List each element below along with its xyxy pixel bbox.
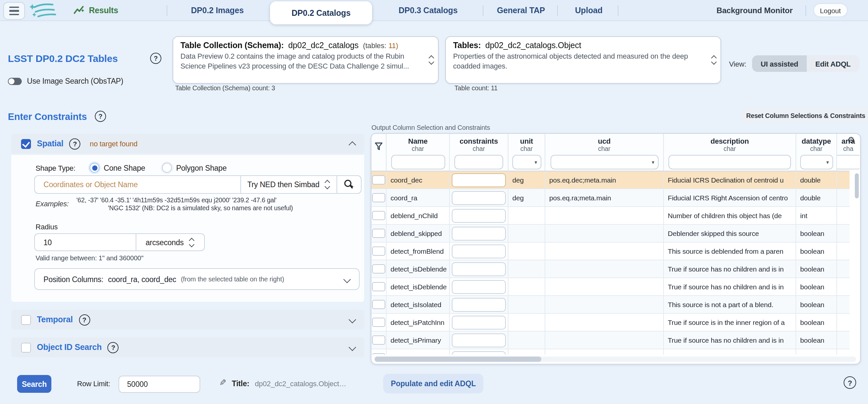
constraint-input[interactable] xyxy=(452,191,506,205)
row-checkbox[interactable] xyxy=(372,336,385,345)
tab-general-tap[interactable]: General TAP xyxy=(493,0,549,21)
table-row[interactable]: detect_isDeblendeTrue if source has no c… xyxy=(371,260,849,278)
objectid-checkbox[interactable] xyxy=(21,342,31,352)
enter-constraints-help-icon[interactable]: ? xyxy=(95,111,106,122)
tab-results[interactable]: Results xyxy=(74,0,118,21)
col-header-ucd[interactable]: ucd xyxy=(598,137,611,145)
constraint-input[interactable] xyxy=(452,262,506,276)
tab-dp02-catalogs-active[interactable]: DP0.2 Catalogs xyxy=(270,1,372,24)
col-header-constraints[interactable]: constraints xyxy=(460,137,498,145)
table-row[interactable]: detect_isDeblendeTrue if source has no c… xyxy=(371,278,849,296)
objectid-section-header[interactable]: Object ID Search ? xyxy=(11,338,364,357)
table-row[interactable]: detect_fromBlendThis source is deblended… xyxy=(371,242,849,260)
spatial-section-header[interactable]: Spatial ? no target found xyxy=(11,134,364,153)
radius-unit-select[interactable]: arcseconds xyxy=(136,238,204,247)
toggle-switch-off[interactable] xyxy=(8,78,22,85)
table-hscrollbar-thumb[interactable] xyxy=(375,356,541,362)
hamburger-menu-button[interactable] xyxy=(3,2,25,20)
top-navigation-bar: Results DP0.2 Images DP0.2 Catalogs DP0.… xyxy=(0,0,868,21)
row-checkbox[interactable] xyxy=(372,175,385,184)
view-ui-assisted-button[interactable]: UI assisted xyxy=(752,55,807,72)
constraint-input[interactable] xyxy=(452,173,506,187)
table-row[interactable]: detect_isPatchInnTrue if source is in th… xyxy=(371,314,849,331)
spatial-help-icon[interactable]: ? xyxy=(69,138,81,149)
filter-select-ucd[interactable]: ▾ xyxy=(550,155,658,169)
table-row[interactable]: coord_decdegpos.eq.dec;meta.mainFiducial… xyxy=(371,171,849,189)
row-checkbox[interactable] xyxy=(372,300,385,309)
constraint-input[interactable] xyxy=(452,280,506,294)
tables-spinner-icon[interactable] xyxy=(711,55,717,65)
temporal-expand-icon[interactable] xyxy=(349,316,356,324)
filter-funnel-icon[interactable] xyxy=(375,142,383,150)
image-search-toggle[interactable]: Use Image Search (ObsTAP) xyxy=(8,77,123,85)
row-checkbox[interactable] xyxy=(372,264,385,273)
cone-shape-radio[interactable] xyxy=(90,163,100,173)
populate-edit-adql-button[interactable]: Populate and edit ADQL xyxy=(383,374,484,394)
temporal-checkbox[interactable] xyxy=(21,315,31,325)
row-checkbox[interactable] xyxy=(372,282,385,291)
row-checkbox[interactable] xyxy=(372,193,385,202)
table-row[interactable]: deblend_skippedDeblender skipped this so… xyxy=(371,225,849,242)
tab-dp03-catalogs[interactable]: DP0.3 Catalogs xyxy=(385,0,471,21)
objectid-expand-icon[interactable] xyxy=(349,344,356,351)
filter-select-datatype[interactable]: ▾ xyxy=(800,155,833,169)
tab-upload[interactable]: Upload xyxy=(568,0,610,21)
query-title-value[interactable]: dp02_dc2_catalogs.Object… xyxy=(255,380,346,387)
col-header-description[interactable]: description xyxy=(711,137,749,145)
page-help-icon[interactable]: ? xyxy=(844,376,856,389)
row-limit-input[interactable]: 50000 xyxy=(119,376,200,393)
table-selector[interactable]: Tables: dp02_dc2_catalogs.Object Propert… xyxy=(445,36,721,84)
row-checkbox[interactable] xyxy=(372,318,385,327)
table-row[interactable]: detect_isIsolatedThis source is not a pa… xyxy=(371,296,849,314)
filter-input-arraysize[interactable] xyxy=(837,155,860,169)
table-row[interactable]: coord_radegpos.eq.ra;meta.mainFiducial I… xyxy=(371,189,849,207)
table-row[interactable]: detect_isPrimaryTrue if source has no ch… xyxy=(371,331,849,349)
cone-shape-label: Cone Shape xyxy=(104,164,145,172)
constraint-input[interactable] xyxy=(452,244,506,258)
col-header-name[interactable]: Name xyxy=(408,137,427,145)
reset-columns-button[interactable]: Reset Column Selections & Constraints xyxy=(740,109,868,123)
constraint-input[interactable] xyxy=(452,333,506,347)
polygon-shape-radio[interactable] xyxy=(162,163,172,173)
filter-input-name[interactable] xyxy=(391,155,445,169)
filter-input-description[interactable] xyxy=(669,155,791,169)
filter-input-constraints[interactable] xyxy=(455,155,503,169)
search-button[interactable]: Search xyxy=(17,375,51,393)
constraint-input[interactable] xyxy=(452,351,506,354)
view-edit-adql-button[interactable]: Edit ADQL xyxy=(807,55,859,72)
table-vscrollbar-thumb[interactable] xyxy=(855,173,859,198)
row-checkbox[interactable] xyxy=(372,247,385,256)
constraint-input[interactable] xyxy=(452,315,506,329)
col-header-unit[interactable]: unit xyxy=(520,137,533,145)
spatial-checkbox[interactable] xyxy=(21,139,31,149)
logout-button[interactable]: Logout xyxy=(814,4,846,17)
page-title-help-icon[interactable]: ? xyxy=(150,53,161,64)
spatial-collapse-icon[interactable] xyxy=(349,141,356,149)
constraint-input[interactable] xyxy=(452,226,506,240)
position-columns-select[interactable]: Position Columns: coord_ra, coord_dec (f… xyxy=(34,268,360,290)
row-checkbox[interactable] xyxy=(372,353,385,354)
edit-title-pencil-icon[interactable]: ✎ xyxy=(219,378,226,387)
cell-datatype: boolean xyxy=(796,265,824,273)
row-checkbox[interactable] xyxy=(372,229,385,238)
schema-selector[interactable]: Table Collection (Schema): dp02_dc2_cata… xyxy=(173,36,439,84)
tab-dp02-images[interactable]: DP0.2 Images xyxy=(179,0,255,21)
schema-spinner-icon[interactable] xyxy=(428,55,435,65)
table-hscrollbar[interactable] xyxy=(374,356,856,362)
objectid-help-icon[interactable]: ? xyxy=(108,342,119,353)
radius-input[interactable]: 10 xyxy=(35,238,136,246)
temporal-help-icon[interactable]: ? xyxy=(79,314,90,325)
background-monitor-button[interactable]: Background Monitor xyxy=(716,0,793,21)
table-settings-gear-icon[interactable]: ⚙ xyxy=(847,135,855,145)
constraint-input[interactable] xyxy=(452,297,506,311)
coordinates-input[interactable]: Coordinates or Object Name xyxy=(35,180,241,189)
col-header-datatype[interactable]: datatype xyxy=(802,137,831,145)
row-checkbox[interactable] xyxy=(372,211,385,220)
resolve-search-button[interactable] xyxy=(337,179,361,190)
filter-select-unit[interactable]: ▾ xyxy=(512,155,541,169)
temporal-section-header[interactable]: Temporal ? xyxy=(11,310,364,329)
constraint-input[interactable] xyxy=(452,209,506,223)
table-row[interactable]: detect_isTractInneTrue if source is in t… xyxy=(371,349,849,354)
table-row[interactable]: deblend_nChildNumber of children this ob… xyxy=(371,207,849,225)
resolver-select[interactable]: Try NED then Simbad xyxy=(241,180,337,189)
